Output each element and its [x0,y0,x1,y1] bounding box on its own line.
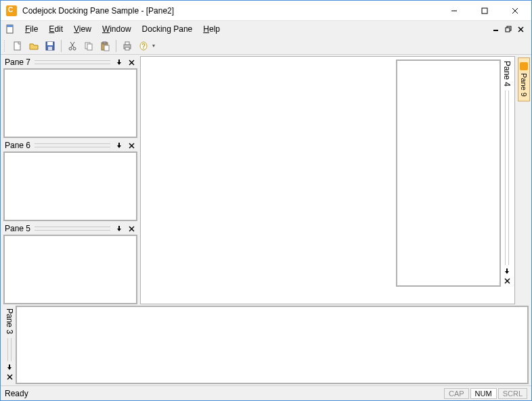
titlebar: Codejock Docking Pane Sample - [Pane2] [1,1,531,21]
svg-point-18 [73,47,76,50]
maximize-button[interactable] [469,1,500,20]
pane-6: Pane 6 [3,139,137,221]
svg-text:?: ? [141,43,146,50]
statusbar: Ready CAP NUM SCRL [1,385,531,400]
pane-7-title: Pane 7 [5,57,30,67]
pin-icon[interactable] [114,57,124,67]
pane-4-body[interactable] [396,60,501,287]
svg-rect-5 [7,25,13,27]
pane-icon [520,62,528,70]
autohide-tab-label: Pane 9 [520,73,528,97]
toolbar-overflow-button[interactable]: ▾ [152,43,159,49]
pane-7: Pane 7 [3,56,137,138]
svg-rect-8 [506,28,510,32]
menu-help[interactable]: Help [198,22,225,36]
workspace: Pane 7 Pane 6 Pane 5 [1,55,531,385]
pin-icon[interactable] [114,141,124,150]
svg-rect-22 [103,42,106,44]
paste-button[interactable] [97,39,112,53]
pane-7-header[interactable]: Pane 7 [3,56,137,68]
pane-3-title: Pane 3 [5,308,14,334]
svg-rect-11 [14,42,20,50]
pane-3-header[interactable]: Pane 3 [3,306,16,384]
pane-4-header[interactable]: Pane 4 [501,58,513,288]
pane-grip[interactable] [35,143,110,147]
svg-line-15 [70,42,74,47]
window-controls [439,1,530,20]
upper-region: Pane 7 Pane 6 Pane 5 [1,55,531,306]
copy-button[interactable] [81,39,96,53]
svg-rect-14 [48,47,52,50]
window-title: Codejock Docking Pane Sample - [Pane2] [22,6,439,16]
svg-rect-1 [482,8,487,14]
svg-rect-25 [125,42,129,45]
pin-icon[interactable] [5,362,14,372]
pane-6-title: Pane 6 [5,141,30,150]
cut-button[interactable] [65,39,80,53]
pane-6-body[interactable] [3,151,137,221]
svg-rect-13 [47,42,53,45]
menubar: File Edit View Window Docking Pane Help [1,21,531,37]
status-scrl: SCRL [498,388,527,399]
mdi-minimize-button[interactable] [491,24,502,34]
svg-line-16 [71,42,74,47]
menu-edit[interactable]: Edit [43,22,68,36]
mdi-controls [491,24,529,34]
minimize-button[interactable] [439,1,469,20]
mdi-document-icon[interactable] [5,24,16,34]
save-button[interactable] [43,39,58,53]
close-icon[interactable] [127,224,136,233]
pane-5: Pane 5 [3,222,137,304]
pane-grip[interactable] [35,60,110,64]
right-autohide-strip: Pane 9 [516,55,531,306]
toolbar: ? ▾ [1,37,531,55]
pane-3: Pane 3 [1,306,531,385]
new-button[interactable] [10,39,25,53]
svg-rect-26 [125,47,129,50]
pane-5-header[interactable]: Pane 5 [3,222,137,235]
pin-icon[interactable] [502,266,512,276]
menu-window[interactable]: Window [97,22,137,36]
pane-3-body[interactable] [16,306,529,384]
status-text: Ready [5,389,443,398]
status-num: NUM [470,388,497,399]
pane-5-body[interactable] [3,235,137,304]
close-icon[interactable] [502,276,512,285]
autohide-tab-pane9[interactable]: Pane 9 [518,57,530,101]
print-button[interactable] [120,39,135,53]
menu-view[interactable]: View [68,22,97,36]
document-pane2[interactable]: Pane 4 [140,56,515,304]
left-dock-column: Pane 7 Pane 6 Pane 5 [1,55,139,306]
close-button[interactable] [500,1,530,20]
mdi-close-button[interactable] [515,24,526,34]
svg-rect-20 [87,44,92,50]
pane-grip[interactable] [35,227,110,231]
menu-file[interactable]: File [20,22,43,36]
mdi-restore-button[interactable] [503,24,514,34]
pane-4: Pane 4 [395,58,513,288]
pin-icon[interactable] [114,224,124,233]
pane-4-title: Pane 4 [502,61,512,87]
status-cap: CAP [444,388,469,399]
close-icon[interactable] [127,57,136,67]
pane-6-header[interactable]: Pane 6 [3,139,137,151]
toolbar-separator [116,40,116,52]
toolbar-grip[interactable] [3,40,6,52]
svg-rect-23 [104,45,109,51]
document-area: Pane 4 [139,55,516,306]
about-button[interactable]: ? [136,39,151,53]
pane-7-body[interactable] [3,68,137,138]
toolbar-separator [61,40,62,52]
close-icon[interactable] [127,141,136,150]
menu-docking-pane[interactable]: Docking Pane [137,22,198,36]
app-icon [6,5,17,16]
close-icon[interactable] [5,372,14,381]
svg-point-17 [69,47,72,50]
open-button[interactable] [26,39,41,53]
pane-grip[interactable] [7,338,12,361]
pane-grip[interactable] [505,91,509,265]
pane-5-title: Pane 5 [5,224,30,233]
